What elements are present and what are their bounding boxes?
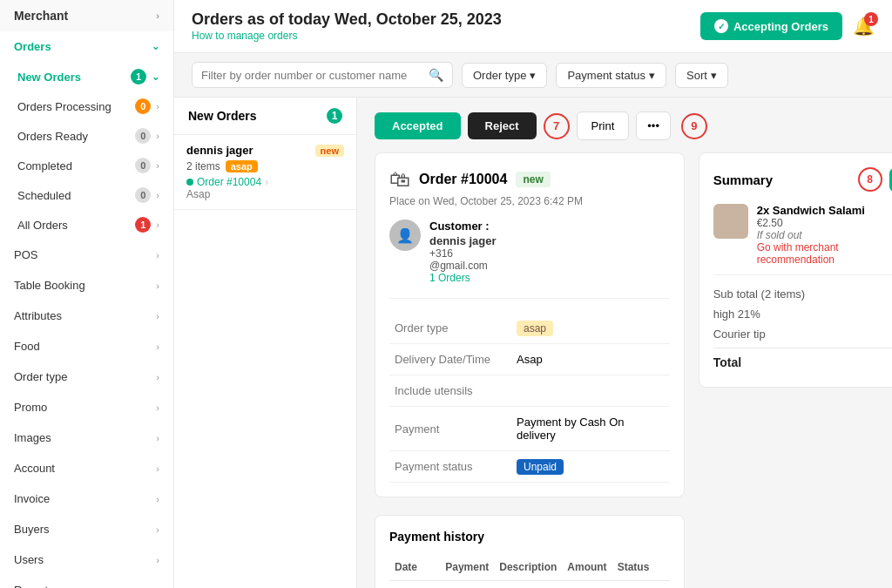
notification-bell[interactable]: 🔔 1	[853, 16, 875, 37]
merchant-recommendation-link[interactable]: Go with merchant recommendation	[757, 241, 892, 266]
toolbar: 🔍 Order type ▾ Payment status ▾ Sort ▾	[174, 53, 892, 98]
more-options-button[interactable]: •••	[636, 112, 671, 140]
delivery-row: Delivery Date/Time Asap	[389, 344, 670, 375]
summary-panel: Summary 8 + Add 2x Sandwich Salami €2.50	[699, 152, 892, 588]
chevron-right-icon: ›	[156, 433, 159, 443]
orders-ready-badge: 0	[135, 128, 151, 144]
chevron-right-icon: ›	[156, 463, 159, 474]
col-status: Status	[612, 554, 670, 581]
orders-body: New Orders 1 dennis jager new 2 items as…	[174, 98, 892, 588]
payment-field-value: Payment by Cash On delivery	[511, 407, 670, 451]
sidebar-item-orders[interactable]: Orders ⌄	[0, 31, 173, 62]
header-left: Orders as of today Wed, October 25, 2023…	[192, 10, 502, 42]
order-customer-name: dennis jager	[186, 144, 253, 157]
chevron-right-icon: ›	[265, 176, 268, 188]
orders-submenu: New Orders 1 ⌄ Orders Processing 0 › Ord…	[0, 62, 173, 240]
chevron-right-icon: ›	[156, 585, 159, 589]
payment-history-row: Wed, October 25, 2023 6:42 PM cod Paymen…	[389, 581, 670, 589]
order-actions: Accepted Reject 7 Print ••• 9	[375, 112, 875, 140]
sidebar-item-food[interactable]: Food ›	[0, 331, 173, 362]
summary-title: Summary	[713, 172, 773, 187]
order-info-box: 🛍 Order #10004 new Place on Wed, October…	[375, 152, 685, 497]
manage-orders-link[interactable]: How to manage orders	[192, 30, 297, 42]
reject-button[interactable]: Reject	[468, 112, 537, 139]
bag-icon: 🛍	[389, 167, 410, 192]
reports-label: Reports	[14, 584, 54, 588]
buyers-label: Buyers	[14, 523, 49, 536]
total-label: Total	[713, 355, 741, 369]
sidebar-item-users[interactable]: Users ›	[0, 544, 173, 575]
main-content: Orders as of today Wed, October 25, 2023…	[174, 0, 892, 588]
sidebar-item-new-orders[interactable]: New Orders 1 ⌄	[0, 62, 173, 91]
customer-email: @gmail.com	[429, 260, 497, 272]
check-icon: ✓	[714, 19, 728, 33]
circle-badge-7: 7	[544, 113, 570, 139]
order-card-time: Asap	[186, 188, 344, 200]
sidebar-item-orders-processing[interactable]: Orders Processing 0 ›	[0, 91, 173, 121]
sidebar-item-merchant[interactable]: Merchant ›	[0, 0, 173, 31]
subtotal-row: Sub total (2 items) €5.00	[713, 284, 892, 304]
notification-badge: 1	[864, 12, 878, 26]
chevron-right-icon: ›	[156, 524, 159, 535]
search-input[interactable]	[201, 69, 429, 82]
payment-status-filter-button[interactable]: Payment status ▾	[556, 63, 666, 88]
sidebar-item-pos[interactable]: POS ›	[0, 240, 173, 270]
customer-section: 👤 Customer : dennis jager +316 @gmail.co…	[389, 220, 670, 299]
pos-label: POS	[14, 248, 37, 261]
sidebar-item-images[interactable]: Images ›	[0, 422, 173, 453]
account-label: Account	[14, 462, 55, 475]
new-orders-label: New Orders	[17, 71, 81, 84]
sidebar-item-all-orders[interactable]: All Orders 1 ›	[0, 210, 173, 240]
chevron-right-icon: ›	[156, 341, 159, 352]
order-fields: Order type asap Delivery Date/Time Asap …	[389, 313, 670, 483]
scheduled-right: 0 ›	[135, 187, 159, 203]
sidebar-item-reports[interactable]: Reports ›	[0, 575, 173, 588]
payment-status-cell: Unpaid	[612, 581, 670, 589]
payment-amount: €6.25	[562, 581, 612, 589]
summary-box: Summary 8 + Add 2x Sandwich Salami €2.50	[699, 152, 892, 388]
chevron-down-icon: ▾	[530, 69, 536, 82]
sort-button[interactable]: Sort ▾	[675, 63, 728, 88]
orders-label: Orders	[14, 40, 51, 53]
tax-label: high 21%	[713, 308, 760, 321]
sidebar-item-attributes[interactable]: Attributes ›	[0, 301, 173, 331]
completed-badge: 0	[135, 158, 151, 173]
payment-status-field-label: Payment status	[389, 451, 511, 483]
chevron-down-icon: ⌄	[152, 71, 159, 83]
sidebar-item-account[interactable]: Account ›	[0, 453, 173, 483]
sidebar-item-invoice[interactable]: Invoice ›	[0, 483, 173, 514]
col-description: Description	[494, 554, 562, 581]
customer-orders-link[interactable]: 1 Orders	[429, 272, 497, 284]
accepting-orders-button[interactable]: ✓ Accepting Orders	[700, 12, 842, 40]
sidebar-item-order-type[interactable]: Order type ›	[0, 362, 173, 392]
subtotal-label: Sub total (2 items)	[713, 287, 806, 301]
chevron-down-icon: ▾	[649, 69, 655, 82]
new-orders-right: 1 ⌄	[131, 69, 159, 84]
print-button[interactable]: Print	[577, 112, 630, 140]
add-item-button[interactable]: + Add	[889, 168, 892, 192]
order-type-filter-button[interactable]: Order type ▾	[462, 63, 547, 88]
chevron-right-icon: ›	[156, 10, 159, 21]
payment-status-badge: Unpaid	[517, 459, 564, 475]
order-card-header: dennis jager new	[186, 144, 344, 157]
col-date: Date	[389, 554, 440, 581]
sidebar-item-table-booking[interactable]: Table Booking ›	[0, 270, 173, 301]
search-box[interactable]: 🔍	[192, 62, 453, 88]
chevron-down-icon: ▾	[711, 69, 717, 82]
sidebar-item-completed[interactable]: Completed 0 ›	[0, 151, 173, 180]
order-detail: Accepted Reject 7 Print ••• 9 🛍 Order #1…	[357, 98, 892, 588]
images-label: Images	[14, 431, 51, 444]
order-detail-body: 🛍 Order #10004 new Place on Wed, October…	[375, 152, 875, 588]
sidebar-item-buyers[interactable]: Buyers ›	[0, 514, 173, 544]
accept-button[interactable]: Accepted	[375, 112, 461, 139]
orders-processing-label: Orders Processing	[17, 100, 112, 113]
sidebar-item-scheduled[interactable]: Scheduled 0 ›	[0, 180, 173, 210]
order-card[interactable]: dennis jager new 2 items asap Order #100…	[174, 135, 356, 210]
courier-label: Courier tip	[713, 328, 766, 341]
sidebar-item-promo[interactable]: Promo ›	[0, 392, 173, 422]
payment-history-section: Payment history Date Payment Description…	[375, 515, 685, 588]
col-amount: Amount	[562, 554, 612, 581]
sold-out-label: If sold out	[757, 229, 892, 241]
sidebar-item-orders-ready[interactable]: Orders Ready 0 ›	[0, 121, 173, 151]
customer-avatar: 👤	[389, 220, 421, 251]
